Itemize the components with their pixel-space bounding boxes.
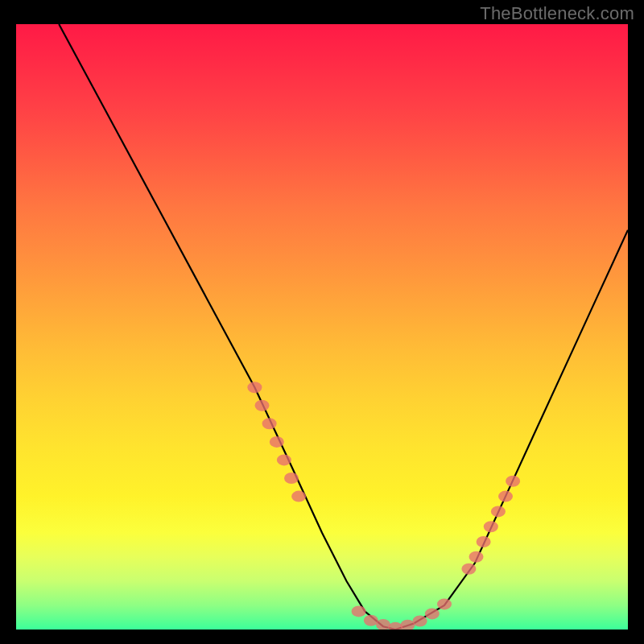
marker-cluster-left	[247, 382, 306, 502]
data-marker	[461, 564, 476, 575]
data-marker	[469, 551, 484, 563]
frame: TheBottleneck.com	[0, 0, 644, 644]
data-marker	[491, 506, 506, 517]
data-marker	[498, 491, 513, 502]
data-marker	[284, 473, 299, 484]
data-marker	[437, 598, 452, 609]
data-marker	[270, 436, 284, 448]
data-marker	[352, 605, 366, 617]
data-marker	[247, 382, 262, 393]
data-marker	[484, 521, 498, 532]
data-marker	[425, 608, 440, 619]
data-marker	[255, 400, 270, 411]
data-marker	[277, 454, 291, 465]
data-marker	[291, 491, 306, 502]
chart-overlay	[16, 24, 628, 630]
bottleneck-curve	[59, 24, 628, 630]
data-marker	[413, 616, 427, 627]
data-marker	[262, 418, 277, 429]
marker-cluster-right	[461, 476, 520, 575]
watermark-text: TheBottleneck.com	[480, 3, 634, 24]
data-marker	[506, 476, 520, 487]
marker-cluster-bottom	[352, 598, 452, 630]
data-marker	[477, 536, 491, 547]
